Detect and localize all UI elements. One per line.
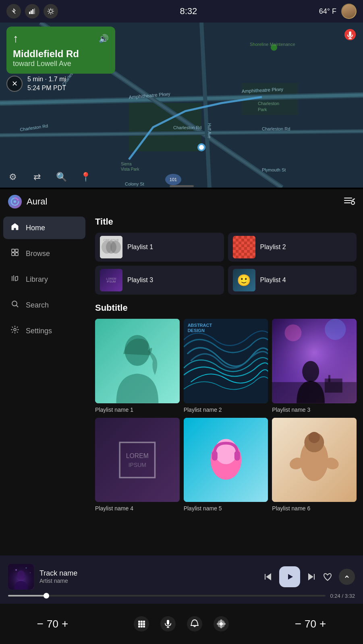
art-name-4: Playlist name 4 [95,505,180,512]
nav-info-bar: ✕ 5 min · 1.7 mi 5:24 PM PDT [6,75,66,93]
route-icon[interactable]: ⇄ [31,171,44,184]
queue-icon[interactable] [344,196,355,208]
svg-rect-55 [12,253,15,256]
playlist-card-1[interactable]: CREATIVE Playlist 1 [95,233,224,262]
svg-point-72 [302,361,319,382]
art-card-4[interactable]: LOREM IPSUM Playlist name 4 [95,418,180,512]
track-artist: Artist name [39,578,257,584]
flower-icon[interactable] [214,616,229,632]
sidebar-item-browse[interactable]: Browse [3,242,85,265]
playlist-card-3[interactable]: LOREM IPSUM Playlist 3 [95,266,224,295]
pin-icon[interactable]: 📍 [79,171,92,184]
svg-rect-108 [143,623,145,625]
svg-rect-112 [167,620,169,625]
svg-point-50 [351,201,355,204]
sidebar-item-home[interactable]: Home [3,217,85,239]
volume-icon: 🔊 [99,34,109,43]
svg-line-59 [15,276,18,277]
svg-rect-111 [143,625,145,627]
grid-icon[interactable] [134,616,149,632]
play-button[interactable] [279,566,300,587]
avatar[interactable] [341,4,357,19]
bell-icon[interactable] [187,616,202,632]
svg-point-96 [26,567,27,568]
vol-right-plus[interactable]: + [319,617,326,630]
svg-text:Sierra: Sierra [121,162,132,166]
settings-icon[interactable]: ⚙ [6,171,19,184]
sidebar-label-search: Search [26,301,49,310]
volume-right-value: 70 [305,618,316,630]
drag-handle[interactable] [170,185,194,187]
vol-left-plus[interactable]: + [62,617,68,630]
app-logo: Aural [8,195,47,208]
svg-text:Charleston Rd: Charleston Rd [173,125,201,130]
svg-rect-54 [15,249,18,252]
art-thumb-3 [272,319,357,403]
progress-track[interactable] [8,595,326,597]
abstract-label: ABSTRACTDESIGN [188,323,212,333]
svg-line-12 [48,13,49,13]
sidebar-item-search[interactable]: Search [3,294,85,316]
expand-button[interactable] [339,569,355,585]
app-name: Aural [27,196,47,207]
playlist-card-2[interactable]: Playlist 2 [228,233,357,262]
svg-text:Vista Park: Vista Park [121,167,139,171]
total-time: 3:32 [345,593,355,599]
playlist-grid: CREATIVE Playlist 1 Playlist 2 [95,233,357,295]
prev-button[interactable] [263,572,273,582]
svg-rect-103 [138,621,140,623]
art-name-6: Playlist name 6 [272,505,357,512]
subtitle-section: Subtitle [95,303,357,512]
svg-point-94 [17,570,25,580]
bottom-icons [134,616,229,632]
art-card-3[interactable]: Playlist name 3 [272,319,357,413]
smiley-icon: 🙂 [237,274,251,287]
svg-point-65 [14,328,16,331]
playlist-thumb-1: CREATIVE [100,236,122,258]
microphone-icon[interactable] [160,616,176,632]
svg-rect-3 [34,8,35,14]
mic-button[interactable] [344,28,357,43]
section-title: Title [95,217,357,227]
art-card-5[interactable]: Playlist name 5 [184,418,268,512]
playlist-card-4[interactable]: 🙂 Playlist 4 [228,266,357,295]
player-bar: Track name Artist name [0,555,363,604]
svg-point-97 [30,572,31,573]
svg-rect-0 [29,12,30,14]
next-button[interactable] [307,572,316,582]
art-card-6[interactable]: Playlist name 6 [272,418,357,512]
art-card-1[interactable]: Playlist name 1 [95,319,180,413]
nav-close-button[interactable]: ✕ [6,76,23,92]
svg-rect-53 [12,249,15,252]
sidebar-label-browse: Browse [26,250,50,258]
art-card-2[interactable]: ABSTRACTDESIGN Playlist name 2 [184,319,268,413]
vol-right-minus[interactable]: − [295,617,301,630]
svg-marker-100 [288,574,293,580]
art-thumb-5 [184,418,268,502]
sidebar-item-settings[interactable]: Settings [3,320,85,342]
sidebar-label-home: Home [26,224,45,232]
app-logo-icon [8,195,22,208]
svg-point-75 [285,324,302,341]
vol-left-minus[interactable]: − [37,617,44,630]
svg-line-52 [353,199,355,200]
svg-rect-84 [212,451,218,460]
track-info: Track name Artist name [39,569,257,584]
current-time: 0:24 [330,593,340,599]
music-header: Aural [0,189,363,213]
signal-icon [25,4,39,19]
home-icon [10,222,19,233]
sidebar-item-library[interactable]: Library [3,268,85,291]
svg-rect-56 [15,253,18,256]
search-icon[interactable]: 🔍 [55,171,68,184]
main-content: Title CREATIVE Playlist 1 [89,213,363,554]
volume-right-ctrl: − 70 + [295,617,326,630]
volume-left-value: 70 [47,618,58,630]
svg-point-46 [14,200,16,203]
player-controls [263,566,355,587]
svg-line-11 [52,9,53,9]
favorite-button[interactable] [323,572,332,582]
svg-text:Charleston Rd: Charleston Rd [262,126,290,131]
eta-text: 5 min · 1.7 mi [27,75,66,84]
svg-marker-98 [267,574,271,580]
